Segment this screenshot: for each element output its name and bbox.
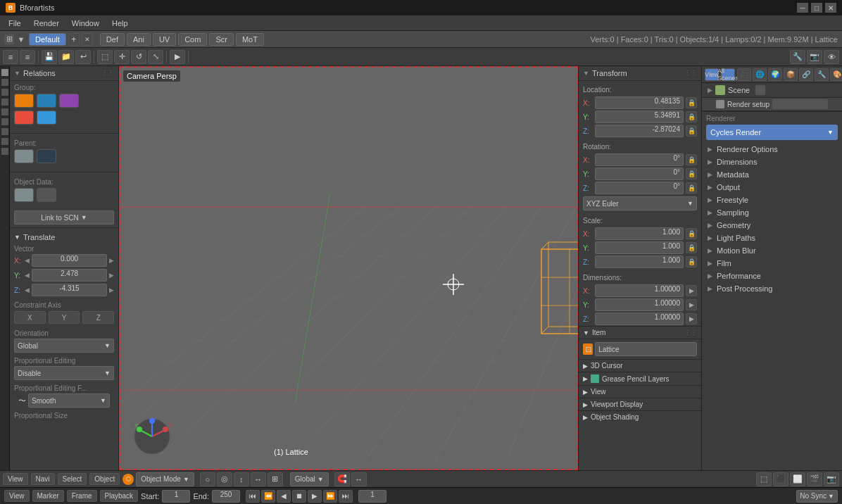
- sync-dropdown[interactable]: No Sync ▼: [796, 490, 838, 503]
- renderer-option-0[interactable]: ▶Renderer Options: [702, 143, 842, 156]
- toolbar-btn-1[interactable]: ≡: [3, 50, 18, 64]
- dim-y-copy[interactable]: ▶: [686, 299, 697, 310]
- mode-dropdown[interactable]: Object Mode ▼: [136, 472, 194, 486]
- link-to-scn-button[interactable]: Link to SCN ▼: [14, 210, 114, 225]
- prop-editing-dropdown[interactable]: Disable ▼: [14, 366, 114, 380]
- menu-help[interactable]: Help: [106, 18, 134, 29]
- snap-btn[interactable]: 🧲: [334, 472, 350, 486]
- menu-file[interactable]: File: [3, 18, 27, 29]
- x-input[interactable]: 0.000: [32, 254, 107, 267]
- panel-options-icon[interactable]: ⋮⋮: [101, 70, 114, 77]
- side-icon-6[interactable]: [1, 118, 8, 125]
- toolbar-undo[interactable]: ↩: [75, 50, 91, 64]
- vp-tool-1[interactable]: ○: [200, 472, 215, 486]
- objdata-btn-2[interactable]: [37, 188, 56, 202]
- workspace-add-button[interactable]: +: [68, 33, 80, 46]
- side-icon-4[interactable]: [1, 99, 8, 106]
- y-dec-btn[interactable]: ◀: [25, 272, 30, 279]
- display-btn-4[interactable]: 🎬: [807, 472, 822, 486]
- workspace-mot[interactable]: MoT: [236, 33, 264, 46]
- workspace-ani[interactable]: Ani: [127, 33, 151, 46]
- select-btn[interactable]: Select: [58, 473, 87, 485]
- smooth-dropdown[interactable]: Smooth ▼: [28, 393, 110, 408]
- prop-icon-material[interactable]: 🎨: [830, 68, 842, 81]
- scale-y-input[interactable]: 1.000: [595, 241, 684, 254]
- rot-x-input[interactable]: 0°: [595, 153, 684, 166]
- workspace-def[interactable]: Def: [100, 33, 125, 46]
- start-frame-input[interactable]: 1: [162, 490, 190, 503]
- renderer-option-8[interactable]: ▶Motion Blur: [702, 244, 842, 257]
- cursor-3d-section[interactable]: ▶ 3D Cursor: [579, 359, 701, 372]
- z-input[interactable]: -4.315: [32, 284, 107, 296]
- timeline-frame-btn[interactable]: Frame: [67, 490, 97, 502]
- workspace-default[interactable]: Default: [29, 33, 66, 46]
- scale-z-input[interactable]: 1.000: [595, 256, 684, 268]
- toolbar-rotate[interactable]: ↺: [131, 50, 146, 64]
- viewport-display-section[interactable]: ▶ Viewport Display: [579, 398, 701, 410]
- navi-btn[interactable]: Navi: [31, 473, 55, 485]
- display-btn-1[interactable]: ⬚: [756, 472, 772, 486]
- renderer-dropdown[interactable]: Cycles Render ▼: [706, 125, 838, 140]
- view-btn[interactable]: View: [3, 473, 28, 485]
- y-input[interactable]: 2.478: [32, 269, 107, 282]
- side-icon-3[interactable]: [1, 89, 8, 96]
- loc-z-input[interactable]: -2.87024: [595, 125, 684, 137]
- side-icon-2[interactable]: [1, 79, 8, 86]
- renderer-option-2[interactable]: ▶Metadata: [702, 168, 842, 181]
- toolbar-select[interactable]: ⬚: [97, 50, 113, 64]
- euler-dropdown[interactable]: XYZ Euler ▼: [583, 196, 697, 210]
- workspace-menu-icon[interactable]: ▼: [15, 34, 27, 45]
- renderer-option-6[interactable]: ▶Geometry: [702, 219, 842, 232]
- z-inc-btn[interactable]: ▶: [109, 286, 114, 294]
- scene-eye-icon[interactable]: [755, 85, 765, 95]
- dim-z-input[interactable]: 1.00000: [595, 313, 684, 325]
- renderer-option-4[interactable]: ▶Freestyle: [702, 194, 842, 206]
- translate-section-header[interactable]: ▼ Translate: [10, 231, 118, 244]
- constraint-x[interactable]: X: [14, 311, 46, 324]
- toolbar-move[interactable]: ✛: [114, 50, 130, 64]
- viewport-3d[interactable]: X Y Z Camera Persp (1) Lattice: [119, 66, 578, 470]
- item-options[interactable]: ⋮⋮: [684, 329, 697, 336]
- play-back-btn[interactable]: ◀: [277, 490, 291, 503]
- scale-y-copy[interactable]: 🔒: [686, 242, 697, 253]
- renderer-option-10[interactable]: ▶Performance: [702, 270, 842, 282]
- display-btn-2[interactable]: ⬛: [773, 472, 788, 486]
- renderer-option-5[interactable]: ▶Sampling: [702, 206, 842, 219]
- group-btn-blue[interactable]: [37, 94, 56, 108]
- side-icon-1[interactable]: [1, 69, 8, 76]
- scene-expand-icon[interactable]: ▶: [708, 87, 712, 94]
- transform-options[interactable]: ⋮⋮: [684, 70, 697, 77]
- toolbar-btn-2[interactable]: ≡: [20, 50, 35, 64]
- display-btn-5[interactable]: 📷: [824, 472, 839, 486]
- dim-y-input[interactable]: 1.00000: [595, 298, 684, 311]
- orientation-dropdown[interactable]: Global ▼: [14, 339, 114, 353]
- rot-z-input[interactable]: 0°: [595, 182, 684, 194]
- goto-start-btn[interactable]: ⏮: [246, 490, 260, 503]
- vp-tool-2[interactable]: ◎: [217, 472, 232, 486]
- toolbar-render[interactable]: ▶: [170, 50, 185, 64]
- renderer-option-3[interactable]: ▶Output: [702, 181, 842, 194]
- view-section[interactable]: ▶ View: [579, 385, 701, 398]
- titlebar-controls[interactable]: ─ □ ✕: [797, 3, 836, 13]
- prop-icon-world[interactable]: 🌍: [768, 68, 782, 81]
- loc-y-input[interactable]: 5.34891: [595, 111, 684, 123]
- vp-tool-4[interactable]: ↔: [251, 472, 266, 486]
- z-dec-btn[interactable]: ◀: [25, 286, 30, 294]
- mirror-btn[interactable]: ↔: [351, 472, 367, 486]
- rot-z-copy[interactable]: 🔒: [686, 182, 697, 194]
- side-icon-5[interactable]: [1, 108, 8, 115]
- grease-pencil-section[interactable]: ▶ Grease Pencil Layers: [579, 372, 701, 385]
- group-btn-blue2[interactable]: [37, 111, 56, 125]
- goto-end-btn[interactable]: ⏭: [339, 490, 353, 503]
- item-name-input[interactable]: Lattice: [595, 342, 697, 356]
- side-icon-9[interactable]: [1, 148, 8, 155]
- group-btn-orange[interactable]: [14, 94, 34, 108]
- toolbar-scale[interactable]: ⤡: [148, 50, 163, 64]
- orientation-dropdown-bottom[interactable]: Global ▼: [290, 472, 329, 486]
- loc-z-copy[interactable]: 🔒: [686, 125, 697, 137]
- stop-btn[interactable]: ⏹: [292, 490, 306, 503]
- dim-x-copy[interactable]: ▶: [686, 285, 697, 296]
- workspace-scr[interactable]: Scr: [209, 33, 234, 46]
- rot-y-copy[interactable]: 🔒: [686, 168, 697, 179]
- x-inc-btn[interactable]: ▶: [109, 257, 114, 264]
